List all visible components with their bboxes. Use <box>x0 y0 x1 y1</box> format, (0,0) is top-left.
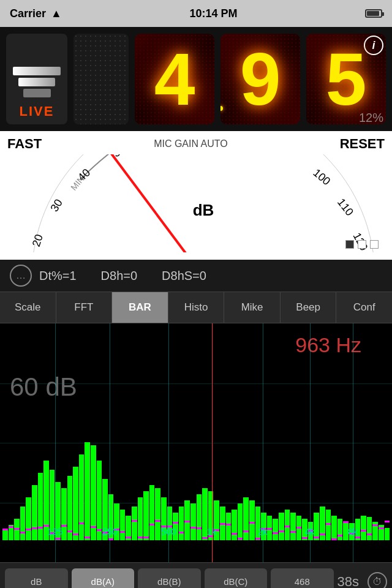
bar-group <box>296 369 302 540</box>
bar-peak <box>255 538 261 540</box>
bar-peak <box>2 529 8 530</box>
bar-peak <box>73 533 78 535</box>
fast-label[interactable]: FAST <box>7 136 42 152</box>
level-bar-bot <box>23 89 51 97</box>
bar-group <box>102 369 108 540</box>
time-display: 10:14 PM <box>189 7 237 20</box>
btn-dba[interactable]: dB(A) <box>72 568 135 589</box>
page-dot-3[interactable] <box>370 240 379 249</box>
tab-conf[interactable]: Conf <box>336 292 392 323</box>
btn-dbb[interactable]: dB(B) <box>138 568 201 589</box>
bar-peak <box>14 528 20 530</box>
bar-fill <box>32 485 37 540</box>
bar-group <box>343 369 349 540</box>
bar-group <box>197 369 202 540</box>
spectrum-area[interactable]: 963 Hz 60 dB 1252505001k2k4k8k <box>0 323 392 562</box>
bar-group <box>9 369 14 540</box>
digit2-display: 9 <box>221 34 300 124</box>
bar-group <box>220 369 225 540</box>
bar-fill <box>190 503 196 540</box>
bar-fill <box>337 519 343 540</box>
bar-peak <box>67 530 73 532</box>
freq-axis-label: 125 <box>47 526 62 537</box>
bar-fill <box>138 497 143 540</box>
freq-label: 963 Hz <box>295 333 361 357</box>
bar-group <box>279 369 284 540</box>
bar-peak <box>143 537 149 538</box>
bar-fill <box>314 513 319 540</box>
svg-text:20: 20 <box>30 233 45 248</box>
bar-group <box>132 369 137 540</box>
bar-fill <box>361 516 366 540</box>
bar-peak <box>355 537 361 538</box>
bar-peak <box>149 524 155 526</box>
bar-group <box>202 369 208 540</box>
tab-beep[interactable]: Beep <box>281 292 337 323</box>
wifi-icon: ▲ <box>51 7 62 20</box>
bar-group <box>26 369 31 540</box>
bar-group <box>208 369 214 540</box>
info-button[interactable]: i <box>364 36 383 55</box>
bar-fill <box>249 500 255 540</box>
bar-group <box>238 369 243 540</box>
bar-peak <box>173 522 178 524</box>
svg-line-0 <box>100 154 203 252</box>
bar-group <box>138 369 143 540</box>
bar-group <box>314 369 319 540</box>
bar-group <box>331 369 337 540</box>
bar-fill <box>2 529 8 540</box>
bar-group <box>243 369 249 540</box>
svg-text:90: 90 <box>282 154 298 157</box>
bar-group <box>143 369 149 540</box>
bar-group <box>114 369 119 540</box>
battery-area <box>365 9 382 18</box>
bar-peak <box>314 537 319 538</box>
bar-group <box>361 369 366 540</box>
bar-peak <box>138 537 143 538</box>
bar-group <box>161 369 167 540</box>
bar-group <box>349 369 355 540</box>
bar-group <box>261 369 266 540</box>
btn-hz468[interactable]: 468 <box>271 568 334 589</box>
page-dot-2[interactable] <box>358 240 366 249</box>
bar-group <box>73 369 78 540</box>
d8hs-value: D8hS=0 <box>162 269 206 283</box>
tab-mike[interactable]: Mike <box>224 292 281 323</box>
freq-axis-label: 4k <box>305 526 315 537</box>
bar-group <box>302 369 307 540</box>
bar-fill <box>79 454 85 540</box>
btn-db[interactable]: dB <box>5 568 68 589</box>
bar-peak <box>179 532 184 533</box>
reset-button[interactable]: RESET <box>340 136 385 152</box>
bar-peak <box>361 530 366 532</box>
tab-scale[interactable]: Scale <box>0 292 56 323</box>
meter-svg: 20 30 40 50 60 70 80 90 100 110 <box>7 154 385 252</box>
bar-peak <box>243 530 249 532</box>
bar-group <box>108 369 114 540</box>
tab-bar[interactable]: BAR <box>112 292 168 323</box>
carrier-wifi: Carrier ▲ <box>10 7 62 20</box>
bar-fill <box>273 519 278 540</box>
bar-peak <box>55 538 61 540</box>
freq-axis-label: 2k <box>258 526 268 537</box>
bar-peak <box>372 524 378 526</box>
bar-peak <box>279 530 284 532</box>
clock-icon[interactable]: ⏱ <box>368 572 387 589</box>
battery-icon <box>365 9 382 18</box>
tab-fft[interactable]: FFT <box>56 292 113 323</box>
bar-peak <box>132 520 137 522</box>
bar-peak <box>155 520 160 522</box>
btn-dbc[interactable]: dB(C) <box>205 568 268 589</box>
bar-group <box>120 369 126 540</box>
bar-fill <box>243 497 249 540</box>
tab-histo[interactable]: Histo <box>168 292 225 323</box>
page-dot-1[interactable] <box>345 240 354 249</box>
bar-fill <box>226 513 232 540</box>
bar-fill <box>238 503 243 540</box>
bar-fill <box>155 488 160 540</box>
bar-fill <box>97 461 102 540</box>
chat-icon[interactable]: … <box>10 265 32 287</box>
bar-peak <box>220 523 225 525</box>
bar-fill <box>20 507 26 540</box>
bar-group <box>149 369 155 540</box>
